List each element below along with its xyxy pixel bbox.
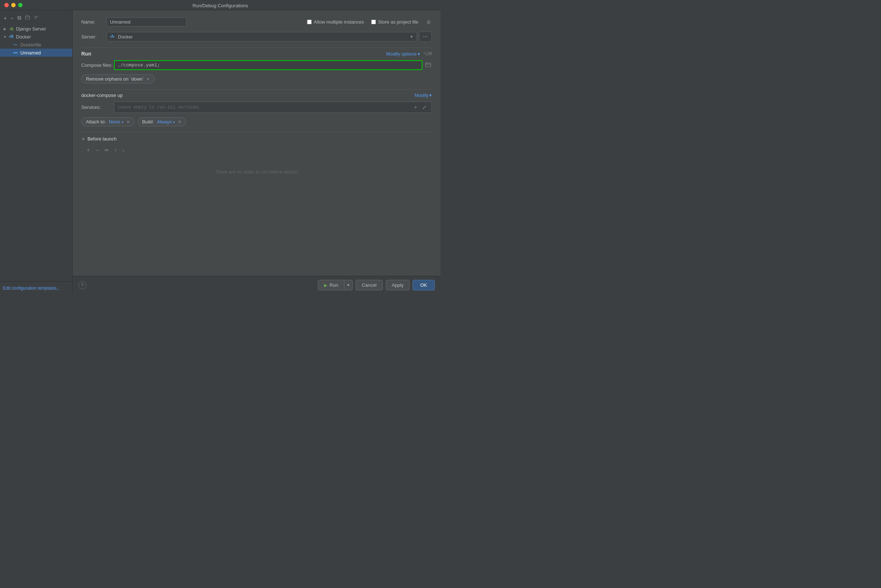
- bl-remove-button[interactable]: −: [95, 146, 101, 154]
- add-config-button[interactable]: +: [3, 14, 7, 22]
- docker-compose-up-header: docker-compose up Modify ▾: [81, 89, 432, 102]
- checkboxes-row: Allow multiple instances Store as projec…: [307, 18, 432, 26]
- svg-rect-7: [10, 35, 12, 36]
- bl-add-button[interactable]: ＋: [84, 146, 93, 154]
- services-actions: ＋ ⤢: [412, 104, 428, 111]
- bl-edit-button[interactable]: ✏: [103, 146, 111, 154]
- svg-rect-19: [112, 35, 113, 36]
- browse-folder-button[interactable]: [424, 62, 432, 69]
- settings-icon-button[interactable]: ⚙: [426, 18, 432, 26]
- new-folder-button[interactable]: [24, 14, 31, 22]
- copy-config-button[interactable]: ⧉: [17, 14, 22, 22]
- server-more-button[interactable]: ···: [419, 32, 432, 42]
- window-title: Run/Debug Configurations: [192, 3, 248, 8]
- before-launch-chevron-icon[interactable]: ▼: [81, 137, 85, 141]
- attach-chevron-icon: ▾: [121, 120, 123, 124]
- window-controls: [4, 3, 22, 7]
- run-button-group: ▶ Run ▾: [318, 280, 353, 290]
- build-value: Always ▾: [157, 119, 175, 124]
- compose-files-row: Compose files:: [81, 60, 432, 70]
- store-as-project-label: Store as project file: [371, 19, 418, 25]
- name-label: Name:: [81, 19, 107, 25]
- run-dropdown-button[interactable]: ▾: [344, 280, 353, 290]
- svg-rect-10: [13, 44, 15, 45]
- server-row: Server: Docker ▼ ···: [81, 32, 432, 42]
- help-button[interactable]: ?: [78, 281, 86, 289]
- before-launch-section: ▼ Before launch ＋ − ✏ ↑ ↓ There are no t…: [81, 132, 432, 186]
- keyboard-shortcut: ⌥M: [423, 51, 432, 56]
- store-as-project-checkbox[interactable]: [371, 20, 376, 24]
- config-form: Name: Allow multiple instances Store as …: [73, 10, 440, 276]
- options-tags-row: Attach to: None ▾ ✕ Build: Always ▾ ✕: [81, 117, 432, 126]
- sidebar-item-django-server[interactable]: ▶ dj Django Server: [0, 25, 72, 33]
- remove-tag-button[interactable]: ✕: [146, 76, 150, 82]
- main-content: + − ⧉ ▶ dj Django Server ▼ D: [0, 10, 440, 294]
- sidebar-item-label: Unnamed: [20, 50, 40, 56]
- name-row: Name: Allow multiple instances Store as …: [81, 17, 432, 27]
- server-label: Server:: [81, 34, 107, 40]
- svg-rect-13: [13, 52, 15, 53]
- bottom-bar: ? ▶ Run ▾ Cancel Apply OK: [73, 276, 440, 294]
- compose-files-input[interactable]: [118, 62, 419, 68]
- sidebar-item-label: Dockerfile: [20, 42, 41, 48]
- svg-rect-18: [113, 36, 114, 38]
- run-button[interactable]: ▶ Run: [318, 280, 344, 290]
- add-service-button[interactable]: ＋: [412, 104, 420, 111]
- tag-label: Remove orphans on `down`: [86, 76, 144, 82]
- bl-up-button[interactable]: ↑: [113, 146, 118, 154]
- modify-chevron-icon: ▾: [429, 93, 432, 98]
- compose-input-wrapper: [114, 60, 423, 70]
- sidebar-item-docker[interactable]: ▼ Docker: [0, 33, 72, 40]
- svg-rect-11: [15, 44, 16, 45]
- server-chevron-icon: ▼: [410, 34, 414, 39]
- maximize-btn[interactable]: [18, 3, 22, 7]
- svg-rect-8: [12, 35, 13, 36]
- remove-attach-button[interactable]: ✕: [126, 119, 130, 124]
- attach-to-value: None ▾: [109, 119, 123, 124]
- before-launch-header: ▼ Before launch: [81, 132, 432, 144]
- dockerfile-icon: [13, 42, 19, 48]
- services-row: Services: Leave empty to run all service…: [81, 102, 432, 113]
- server-select[interactable]: Docker ▼: [107, 32, 417, 41]
- modify-options-button[interactable]: Modify options ▾: [386, 51, 420, 57]
- svg-rect-9: [12, 38, 13, 38]
- bl-down-button[interactable]: ↓: [120, 146, 126, 154]
- sort-button[interactable]: [33, 14, 39, 22]
- sidebar-item-dockerfile[interactable]: Dockerfile: [0, 40, 72, 49]
- allow-multiple-checkbox[interactable]: [307, 20, 312, 24]
- svg-rect-5: [10, 36, 12, 38]
- svg-rect-0: [25, 16, 30, 19]
- cancel-button[interactable]: Cancel: [356, 280, 382, 290]
- run-section-header: Run Modify options ▾ ⌥M: [81, 48, 432, 60]
- minimize-btn[interactable]: [11, 3, 16, 7]
- tags-row: Remove orphans on `down` ✕: [81, 74, 432, 84]
- django-icon: dj: [9, 26, 15, 32]
- before-launch-title: Before launch: [87, 136, 117, 141]
- services-placeholder: Leave empty to run all services: [118, 105, 412, 110]
- remove-config-button[interactable]: −: [10, 14, 15, 22]
- chevron-down-icon: ▾: [418, 51, 420, 57]
- remove-build-button[interactable]: ✕: [178, 119, 181, 124]
- before-launch-empty: There are no tasks to run before launch: [81, 157, 432, 186]
- close-btn[interactable]: [4, 3, 9, 7]
- run-dropdown-chevron-icon: ▾: [347, 283, 349, 287]
- sidebar-item-unnamed[interactable]: Unnamed: [0, 49, 72, 57]
- title-bar: Run/Debug Configurations: [0, 0, 440, 10]
- run-triangle-icon: ▶: [324, 283, 327, 288]
- modify-button[interactable]: Modify ▾: [415, 93, 432, 98]
- svg-rect-15: [16, 52, 17, 53]
- expand-icon: ▼: [3, 35, 7, 39]
- svg-rect-6: [12, 36, 13, 38]
- edit-templates-link[interactable]: Edit configuration templates...: [3, 286, 60, 291]
- sidebar-footer: Edit configuration templates...: [0, 281, 72, 294]
- expand-icon: ▶: [3, 27, 7, 31]
- expand-service-button[interactable]: ⤢: [421, 104, 428, 111]
- services-input-wrapper: Leave empty to run all services ＋ ⤢: [114, 102, 432, 113]
- build-chevron-icon: ▾: [173, 120, 175, 124]
- apply-button[interactable]: Apply: [386, 280, 410, 290]
- name-input[interactable]: [107, 17, 186, 27]
- main-panel: Name: Allow multiple instances Store as …: [73, 10, 440, 294]
- server-docker-icon: [110, 34, 116, 40]
- services-label: Services:: [81, 105, 114, 110]
- ok-button[interactable]: OK: [412, 280, 435, 290]
